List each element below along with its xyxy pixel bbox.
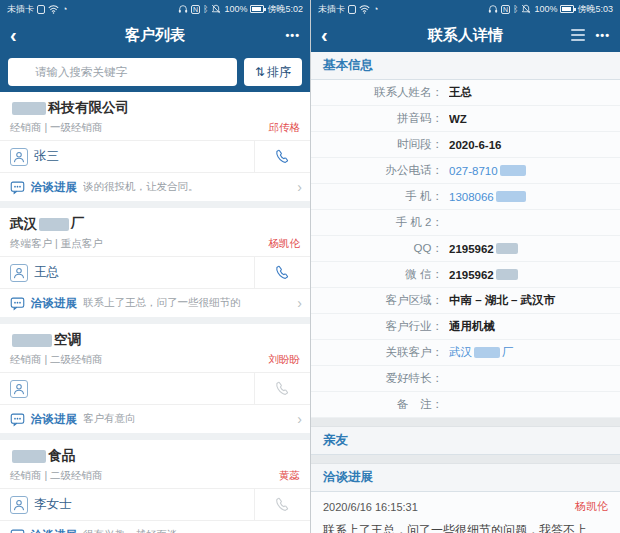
nfc-icon: N xyxy=(501,5,510,14)
headset-icon xyxy=(178,4,188,14)
customer-tags: 终端客户 | 重点客户 xyxy=(10,237,103,251)
contact-detail-screen: 未插卡 ◔ N ᛒ 100% 傍晚5:03 xyxy=(310,0,620,533)
mute-bell-icon xyxy=(211,4,221,14)
progress-text: 联系上了王总，问了一些很细节的 xyxy=(83,296,291,310)
person-icon xyxy=(10,148,28,166)
progress-owner: 杨凯伦 xyxy=(575,499,608,514)
sim-icon xyxy=(37,5,45,14)
section-relatives: 亲友 xyxy=(311,427,620,455)
contact-name: 张三 xyxy=(34,148,254,165)
redacted-text xyxy=(12,450,46,463)
field-hobbies: 爱好特长： xyxy=(311,366,620,392)
chevron-right-icon: › xyxy=(297,295,302,311)
chevron-right-icon: › xyxy=(297,179,302,195)
search-input[interactable]: 请输入搜索关键字 xyxy=(8,58,237,86)
redacted-text xyxy=(500,165,526,176)
redacted-text xyxy=(39,218,69,231)
progress-row[interactable]: 洽谈进展 联系上了王总，问了一些很细节的 › xyxy=(0,289,310,317)
customer-card[interactable]: 科技有限公司 经销商 | 一级经销商 邱传格 张三 xyxy=(0,92,310,201)
bluetooth-icon: ᛒ xyxy=(513,4,518,14)
battery-percent: 100% xyxy=(534,4,557,14)
more-menu-icon[interactable]: ••• xyxy=(285,29,300,41)
field-customer-region: 客户区域： 中南 – 湖北 – 武汉市 xyxy=(311,288,620,314)
redacted-text xyxy=(12,102,46,115)
mobile-link[interactable]: 1308066 xyxy=(449,191,620,203)
customer-card[interactable]: 食品 经销商 | 二级经销商 黄蕊 李女士 xyxy=(0,440,310,533)
dual-screenshot: 未插卡 ◔ N ᛒ 100% 傍晚5:02 xyxy=(0,0,620,533)
battery-icon xyxy=(560,5,574,13)
microphone-icon[interactable] xyxy=(218,65,229,79)
battery-percent: 100% xyxy=(224,4,247,14)
wifi-icon xyxy=(359,4,370,14)
search-row: 请输入搜索关键字 ⇅ 排序 xyxy=(0,52,310,92)
company-name: 空调 xyxy=(10,331,300,349)
progress-entry: 2020/6/16 16:15:31 杨凯伦 联系上了王总，问了一些很细节的问题… xyxy=(311,492,620,533)
sort-icon: ⇅ xyxy=(255,65,265,79)
section-basic-info: 基本信息 xyxy=(311,52,620,80)
progress-row[interactable]: 洽谈进展 很有兴趣，越好面谈 › xyxy=(0,521,310,533)
sort-button[interactable]: ⇅ 排序 xyxy=(244,58,302,86)
clock-label: 傍晚5:02 xyxy=(267,3,303,16)
field-pinyin: 拼音码： WZ xyxy=(311,106,620,132)
alarm-icon: ◔ xyxy=(62,4,67,14)
customer-card[interactable]: 武汉厂 终端客户 | 重点客户 杨凯伦 王总 xyxy=(0,208,310,317)
office-phone-link[interactable]: 027-8710 xyxy=(449,165,620,177)
speech-bubble-icon xyxy=(10,412,25,427)
headset-icon xyxy=(488,4,498,14)
call-button[interactable] xyxy=(254,141,310,172)
field-mobile: 手 机： 1308066 xyxy=(311,184,620,210)
call-button[interactable] xyxy=(254,257,310,288)
progress-label: 洽谈进展 xyxy=(31,528,77,533)
nav-bar: ‹ 联系人详情 ••• xyxy=(311,18,620,52)
speech-bubble-icon xyxy=(10,180,25,195)
field-mobile2: 手 机 2： xyxy=(311,210,620,236)
call-button[interactable] xyxy=(254,373,310,404)
redacted-text xyxy=(496,191,526,202)
bluetooth-icon: ᛒ xyxy=(203,4,208,14)
sort-label: 排序 xyxy=(267,64,291,81)
carrier-label: 未插卡 xyxy=(318,3,345,16)
contact-name: 王总 xyxy=(34,264,254,281)
mute-bell-icon xyxy=(521,4,531,14)
carrier-label: 未插卡 xyxy=(7,3,34,16)
redacted-text xyxy=(12,334,52,347)
field-remarks: 备 注： xyxy=(311,392,620,418)
chevron-right-icon: › xyxy=(297,527,302,533)
progress-text: 谈的很投机，让发合同。 xyxy=(83,180,291,194)
phone-icon xyxy=(274,380,291,397)
phone-icon xyxy=(274,148,291,165)
redacted-text xyxy=(474,347,500,358)
owner-name: 黄蕊 xyxy=(279,469,300,483)
nav-bar: ‹ 客户列表 ••• xyxy=(0,18,310,52)
field-time-period: 时间段： 2020-6-16 xyxy=(311,132,620,158)
company-name: 科技有限公司 xyxy=(10,99,300,117)
customer-tags: 经销商 | 二级经销商 xyxy=(10,469,103,483)
call-button[interactable] xyxy=(254,489,310,520)
related-customer-link[interactable]: 武汉厂 xyxy=(449,345,620,360)
person-icon xyxy=(10,380,28,398)
page-title: 客户列表 xyxy=(0,26,310,45)
menu-icon[interactable] xyxy=(571,29,585,41)
progress-label: 洽谈进展 xyxy=(31,296,77,311)
progress-label: 洽谈进展 xyxy=(31,180,77,195)
owner-name: 邱传格 xyxy=(269,121,301,135)
status-bar: 未插卡 ◔ N ᛒ 100% 傍晚5:03 xyxy=(311,0,620,18)
field-contact-name: 联系人姓名： 王总 xyxy=(311,80,620,106)
more-menu-icon[interactable]: ••• xyxy=(595,29,610,41)
progress-timestamp: 2020/6/16 16:15:31 xyxy=(323,501,418,513)
progress-text: 客户有意向 xyxy=(83,412,291,426)
progress-row[interactable]: 洽谈进展 谈的很投机，让发合同。 › xyxy=(0,173,310,201)
sim-icon xyxy=(348,5,356,14)
field-related-customer: 关联客户： 武汉厂 xyxy=(311,340,620,366)
customer-card[interactable]: 空调 经销商 | 二级经销商 刘盼盼 xyxy=(0,324,310,433)
contact-name: 李女士 xyxy=(34,496,254,513)
section-divider xyxy=(311,418,620,427)
customer-list: 科技有限公司 经销商 | 一级经销商 邱传格 张三 xyxy=(0,92,310,533)
speech-bubble-icon xyxy=(10,528,25,533)
customer-list-screen: 未插卡 ◔ N ᛒ 100% 傍晚5:02 xyxy=(0,0,310,533)
section-progress: 洽谈进展 xyxy=(311,464,620,492)
redacted-text xyxy=(496,243,518,254)
progress-text: 很有兴趣，越好面谈 xyxy=(83,528,291,533)
search-icon xyxy=(16,66,29,79)
progress-row[interactable]: 洽谈进展 客户有意向 › xyxy=(0,405,310,433)
